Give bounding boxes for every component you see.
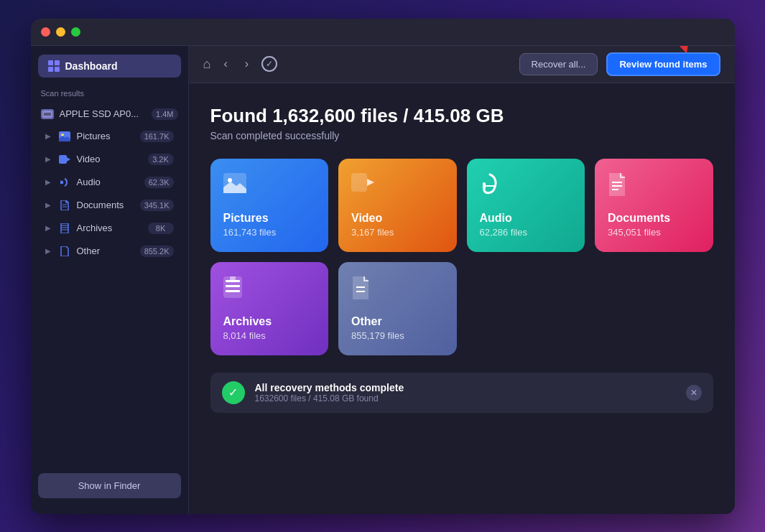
archives-card-count: 8,014 files <box>223 330 316 341</box>
archives-label: Archives <box>77 223 142 233</box>
main-layout: Dashboard Scan results APPLE SSD AP0... … <box>31 46 735 514</box>
card-documents[interactable]: Documents 345,051 files <box>595 159 713 252</box>
back-button[interactable]: ‹ <box>219 55 231 73</box>
review-button-wrapper: Review found items <box>606 52 720 76</box>
svg-rect-23 <box>226 285 240 287</box>
chevron-icon: ▶ <box>45 178 51 186</box>
check-icon: ✓ <box>261 56 277 72</box>
notification-bar: ✓ All recovery methods complete 1632600 … <box>210 373 713 413</box>
card-other[interactable]: Other 855,179 files <box>338 262 457 355</box>
found-subtitle: Scan completed successfully <box>210 130 713 141</box>
video-card-icon <box>351 173 444 197</box>
content-area: ⌂ ‹ › ✓ Recover all... Review found item… <box>189 46 735 514</box>
sidebar-item-documents[interactable]: ▶ Documents 345.1K <box>35 194 184 217</box>
audio-badge: 62.3K <box>144 177 174 188</box>
content-body: Found 1,632,600 files / 415.08 GB Scan c… <box>189 83 735 514</box>
video-card-count: 3,167 files <box>351 227 444 238</box>
other-label: Other <box>77 246 134 256</box>
pictures-icon <box>58 130 71 143</box>
pictures-badge: 161.7K <box>140 131 174 142</box>
show-in-finder-button[interactable]: Show in Finder <box>38 473 181 498</box>
other-badge: 855.2K <box>140 246 174 257</box>
chevron-icon: ▶ <box>45 247 51 255</box>
svg-rect-8 <box>61 223 68 233</box>
title-bar <box>31 19 735 46</box>
found-title: Found 1,632,600 files / 415.08 GB <box>210 105 713 127</box>
card-audio[interactable]: Audio 62,286 files <box>467 159 585 252</box>
arrow-annotation <box>663 46 735 52</box>
sidebar-item-archives[interactable]: ▶ Archives 8K <box>35 217 184 240</box>
dashboard-label: Dashboard <box>65 60 118 72</box>
audio-card-icon <box>480 173 572 201</box>
svg-rect-22 <box>226 280 240 282</box>
pictures-card-name: Pictures <box>223 212 316 225</box>
card-archives[interactable]: Archives 8,014 files <box>210 262 329 355</box>
notification-title: All recovery methods complete <box>255 382 676 393</box>
svg-point-14 <box>228 178 232 182</box>
pictures-card-count: 161,743 files <box>223 227 316 238</box>
sidebar-item-video[interactable]: ▶ Video 3.2K <box>35 148 184 171</box>
drive-icon <box>41 109 54 119</box>
review-found-items-button[interactable]: Review found items <box>606 52 720 76</box>
other-card-icon <box>351 276 444 304</box>
success-icon: ✓ <box>222 381 245 404</box>
sidebar-item-dashboard[interactable]: Dashboard <box>38 55 181 78</box>
home-icon[interactable]: ⌂ <box>203 57 211 72</box>
svg-rect-24 <box>226 290 240 292</box>
recover-all-button[interactable]: Recover all... <box>519 53 598 75</box>
documents-card-name: Documents <box>608 212 700 225</box>
chevron-icon: ▶ <box>45 155 51 163</box>
main-window: Dashboard Scan results APPLE SSD AP0... … <box>31 19 735 514</box>
chevron-icon: ▶ <box>45 201 51 209</box>
video-icon <box>58 153 71 166</box>
video-badge: 3.2K <box>148 154 174 165</box>
svg-marker-5 <box>67 157 70 162</box>
documents-icon <box>58 199 71 212</box>
chevron-icon: ▶ <box>45 132 51 140</box>
notification-close-button[interactable]: ✕ <box>686 385 702 401</box>
other-icon <box>58 245 71 258</box>
sidebar-item-other[interactable]: ▶ Other 855.2K <box>35 240 184 263</box>
other-card-name: Other <box>351 315 444 328</box>
card-pictures[interactable]: Pictures 161,743 files <box>210 159 329 252</box>
archives-icon <box>58 222 71 235</box>
pictures-card-icon <box>223 173 316 198</box>
empty-card-2 <box>595 262 713 355</box>
cards-grid-top: Pictures 161,743 files Video 3,167 files <box>210 159 713 252</box>
video-label: Video <box>77 154 142 164</box>
svg-rect-25 <box>230 276 236 280</box>
audio-label: Audio <box>77 177 139 187</box>
dashboard-icon <box>48 60 60 72</box>
toolbar: ⌂ ‹ › ✓ Recover all... Review found item… <box>189 46 735 83</box>
close-button[interactable] <box>41 27 50 37</box>
svg-rect-15 <box>351 173 367 192</box>
audio-card-name: Audio <box>480 212 572 225</box>
drive-badge: 1.4M <box>152 108 177 120</box>
notification-text: All recovery methods complete 1632600 fi… <box>255 382 676 403</box>
drive-name: APPLE SSD AP0... <box>60 108 147 119</box>
archives-card-icon <box>223 276 316 303</box>
other-card-count: 855,179 files <box>351 330 444 341</box>
video-card-name: Video <box>351 212 444 225</box>
maximize-button[interactable] <box>71 27 80 37</box>
cards-grid-bottom: Archives 8,014 files Other 855,179 files <box>210 262 713 355</box>
notification-subtitle: 1632600 files / 415.08 GB found <box>255 393 676 403</box>
empty-card-1 <box>467 262 585 355</box>
svg-rect-4 <box>59 155 67 164</box>
svg-rect-1 <box>44 113 51 116</box>
svg-marker-16 <box>367 179 374 186</box>
documents-label: Documents <box>77 200 134 210</box>
archives-card-name: Archives <box>223 315 316 328</box>
chevron-icon: ▶ <box>45 224 51 232</box>
sidebar-item-drive[interactable]: APPLE SSD AP0... 1.4M <box>31 103 188 125</box>
sidebar-item-pictures[interactable]: ▶ Pictures 161.7K <box>35 125 184 148</box>
audio-icon <box>58 176 71 189</box>
card-video[interactable]: Video 3,167 files <box>338 159 457 252</box>
forward-button[interactable]: › <box>241 55 253 73</box>
documents-card-count: 345,051 files <box>608 227 700 238</box>
documents-badge: 345.1K <box>140 200 174 211</box>
sidebar-item-audio[interactable]: ▶ Audio 62.3K <box>35 171 184 194</box>
archives-badge: 8K <box>148 223 174 234</box>
minimize-button[interactable] <box>56 27 65 37</box>
pictures-label: Pictures <box>77 131 134 141</box>
